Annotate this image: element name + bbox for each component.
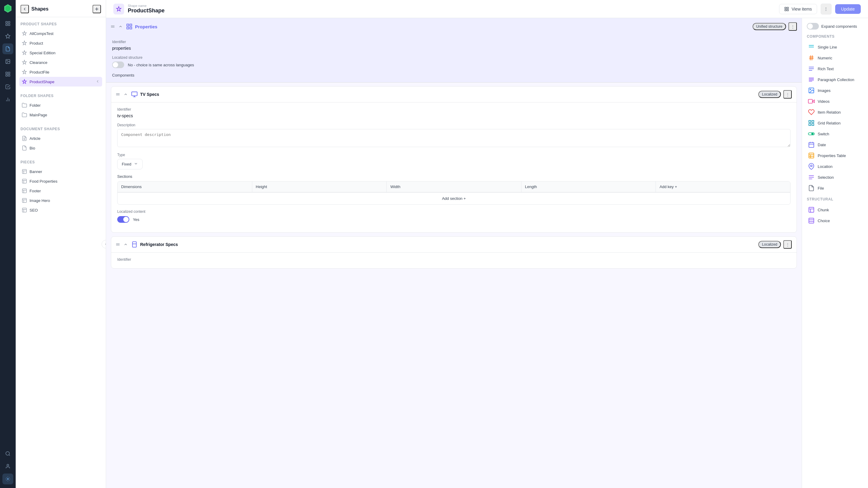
sidebar-item-mainpage[interactable]: MainPage: [19, 110, 102, 120]
component-paragraph-collection[interactable]: Paragraph Collection: [807, 74, 863, 85]
sidebar-item-image-hero[interactable]: Image Hero: [19, 195, 102, 205]
refrigerator-menu[interactable]: ⋮: [783, 240, 792, 249]
expand-components-toggle[interactable]: [807, 23, 819, 30]
identifier-label: Identifier: [112, 40, 796, 44]
file-icon: [808, 185, 815, 191]
shape-name-label: Shape name: [128, 4, 164, 7]
properties-title: Properties: [135, 24, 750, 29]
localized-toggle[interactable]: [112, 61, 124, 68]
tv-specs-menu[interactable]: ⋮: [783, 90, 792, 98]
paragraph-icon: [808, 76, 815, 83]
tv-specs-collapse[interactable]: [123, 91, 129, 97]
single-line-icon: [808, 44, 815, 50]
sidebar-item-productshape[interactable]: ProductShape: [19, 77, 102, 87]
svg-rect-60: [809, 143, 814, 148]
component-choice[interactable]: Choice: [807, 215, 863, 226]
tv-type-selector[interactable]: Fixed: [117, 159, 143, 170]
svg-point-7: [7, 60, 7, 61]
sidebar-item-folder[interactable]: Folder: [19, 100, 102, 110]
sidebar-item-special-edition[interactable]: Special Edition: [19, 48, 102, 58]
refrigerator-badge[interactable]: Localized: [758, 241, 781, 248]
svg-point-15: [6, 452, 9, 455]
svg-rect-27: [22, 208, 27, 212]
location-icon: [808, 163, 815, 170]
svg-rect-11: [8, 75, 10, 76]
unified-structure-button[interactable]: Unified structure: [752, 23, 786, 30]
pieces-title: Pieces: [19, 160, 102, 164]
nav-orders[interactable]: [2, 81, 13, 92]
tv-identifier-group: Identifier tv-specs: [117, 107, 790, 118]
folder-shapes-title: Folder shapes: [19, 94, 102, 98]
nav-catalogue[interactable]: [2, 18, 13, 29]
tv-specs-header: TV Specs Localized ⋮: [111, 87, 797, 102]
identifier-group: Identifier properties: [112, 40, 796, 51]
tv-specs-drag-handle[interactable]: [116, 93, 120, 95]
sidebar-item-banner[interactable]: Banner: [19, 167, 102, 176]
sidebar-item-allcompstest[interactable]: AllCompsTest: [19, 29, 102, 38]
update-button[interactable]: Update: [835, 4, 861, 14]
choice-icon: [808, 217, 815, 224]
add-shape-button[interactable]: [93, 5, 101, 13]
refrigerator-collapse[interactable]: [123, 241, 129, 247]
nav-users[interactable]: [2, 461, 13, 472]
sidebar-item-productfile[interactable]: ProductFile: [19, 67, 102, 77]
tv-localized-content-group: Localized content Yes: [117, 210, 790, 223]
component-numeric[interactable]: Numeric: [807, 53, 863, 63]
nav-grid[interactable]: [2, 69, 13, 80]
component-chunk[interactable]: Chunk: [807, 204, 863, 215]
component-switch[interactable]: Switch: [807, 128, 863, 139]
svg-rect-33: [130, 24, 132, 26]
component-item-relation[interactable]: Item Relation: [807, 107, 863, 118]
nav-media[interactable]: [2, 56, 13, 67]
more-options-button[interactable]: ⋮: [821, 4, 832, 14]
numeric-icon: [808, 55, 815, 61]
svg-rect-8: [6, 72, 7, 73]
component-properties-table[interactable]: Properties Table: [807, 150, 863, 161]
sidebar: Shapes Product shapes AllCompsTest Produ…: [16, 0, 106, 488]
nav-analytics[interactable]: [2, 94, 13, 105]
sidebar-item-article[interactable]: Article: [19, 133, 102, 143]
component-images[interactable]: Images: [807, 85, 863, 96]
sidebar-item-clearance[interactable]: Clearance: [19, 58, 102, 67]
shape-name-value: ProductShape: [128, 7, 164, 14]
svg-rect-10: [6, 75, 7, 76]
svg-rect-39: [133, 242, 136, 247]
sidebar-item-collapse[interactable]: [96, 79, 100, 84]
back-button[interactable]: [21, 5, 29, 13]
nav-search[interactable]: [2, 448, 13, 459]
component-location[interactable]: Location: [807, 161, 863, 172]
tv-identifier-label: Identifier: [117, 107, 790, 112]
properties-drag-handle[interactable]: [111, 26, 115, 27]
component-grid-relation[interactable]: Grid Relation: [807, 118, 863, 128]
tv-localized-content-toggle[interactable]: [117, 216, 129, 223]
document-shapes-title: Document shapes: [19, 127, 102, 131]
app-logo[interactable]: [3, 4, 13, 13]
sidebar-collapse-button[interactable]: [101, 240, 106, 248]
component-videos[interactable]: Videos: [807, 96, 863, 107]
sidebar-item-food-properties[interactable]: Food Properties: [19, 176, 102, 186]
sidebar-item-product[interactable]: Product: [19, 38, 102, 48]
add-key-button[interactable]: Add key +: [656, 181, 790, 192]
sidebar-item-bio[interactable]: Bio: [19, 143, 102, 153]
nav-settings[interactable]: [2, 474, 13, 484]
svg-rect-54: [809, 121, 811, 122]
view-items-button[interactable]: View items: [779, 4, 817, 14]
tv-specs-badge[interactable]: Localized: [758, 91, 781, 98]
nav-shapes[interactable]: [2, 43, 13, 54]
properties-collapse-arrow[interactable]: [118, 24, 124, 30]
component-rich-text[interactable]: Rich Text: [807, 63, 863, 74]
properties-table-icon: [808, 152, 815, 159]
component-file[interactable]: File: [807, 183, 863, 193]
add-section-button[interactable]: Add section +: [117, 192, 790, 205]
expand-components-label: Expand components: [821, 24, 857, 29]
sidebar-item-seo[interactable]: SEO: [19, 205, 102, 215]
refrigerator-drag-handle[interactable]: [116, 244, 120, 245]
component-date[interactable]: Date: [807, 139, 863, 150]
nav-content[interactable]: [2, 31, 13, 41]
properties-body: Identifier properties Localized structur…: [106, 35, 802, 82]
sidebar-item-footer[interactable]: Footer: [19, 186, 102, 195]
component-selection[interactable]: Selection: [807, 172, 863, 183]
tv-description-input[interactable]: [117, 129, 790, 147]
properties-menu-button[interactable]: ⋮: [788, 22, 797, 31]
component-single-line[interactable]: Single Line: [807, 41, 863, 53]
